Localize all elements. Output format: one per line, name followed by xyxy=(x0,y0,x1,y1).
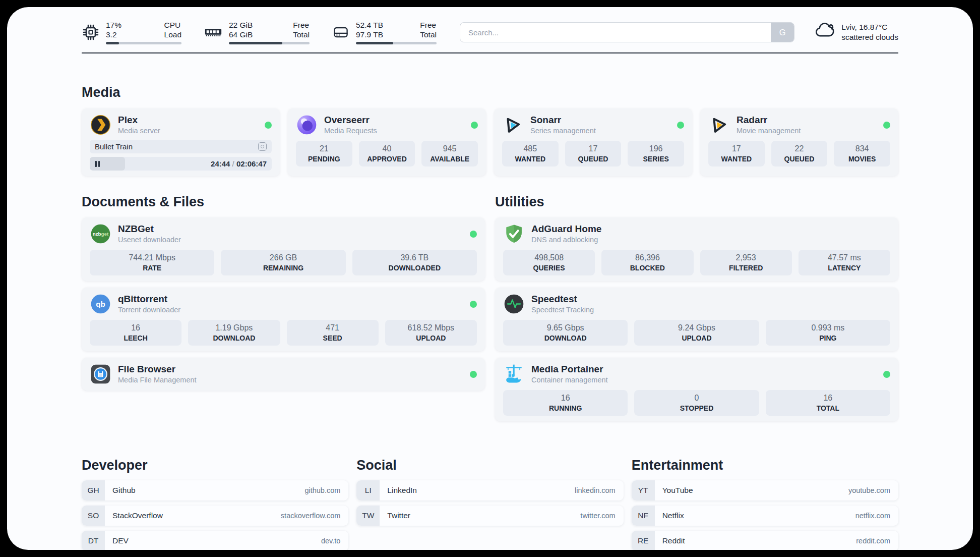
stat-value: 47.57 ms xyxy=(803,252,886,263)
disk-total-value: 97.9 TB xyxy=(356,30,383,39)
system-stats: 17% 3.2 CPU Load xyxy=(82,20,437,44)
bookmark-badge: DT xyxy=(82,531,105,550)
stat-pill: 9.24 Gbps UPLOAD xyxy=(634,320,759,346)
bookmark-badge: NF xyxy=(632,506,655,526)
stat-label: WANTED xyxy=(506,154,555,164)
search-input[interactable] xyxy=(460,23,771,42)
stat-label: PING xyxy=(770,333,886,343)
bookmark-github[interactable]: GH Github github.com xyxy=(82,480,348,500)
stat-value: 498,508 xyxy=(507,252,591,263)
bookmark-twitter[interactable]: TW Twitter twitter.com xyxy=(356,506,623,526)
app-card-adguard[interactable]: AdGuard Home DNS and adblocking 498,508 … xyxy=(495,217,898,281)
bookmark-dev[interactable]: DT DEV dev.to xyxy=(82,531,348,550)
stat-pill: 17 WANTED xyxy=(708,141,765,166)
stat-label: DOWNLOADED xyxy=(356,263,473,273)
app-card-qbittorrent[interactable]: qb qBittorrent Torrent downloader 16 LEE… xyxy=(82,288,485,351)
disk-free-value: 52.4 TB xyxy=(356,20,383,30)
stat-label: SERIES xyxy=(632,154,680,164)
app-name: NZBGet xyxy=(118,223,181,235)
stat-value: 17 xyxy=(569,143,618,154)
qbittorrent-icon: qb xyxy=(90,293,111,315)
player-duration: 02:06:47 xyxy=(236,159,267,168)
stat-label: LEECH xyxy=(94,333,177,343)
stat-label: REMAINING xyxy=(225,263,341,273)
search-engine-button[interactable]: G xyxy=(771,23,794,42)
svg-text:qb: qb xyxy=(96,300,105,308)
app-card-portainer[interactable]: Media Portainer Container management 16 … xyxy=(495,358,898,421)
app-card-sonarr[interactable]: Sonarr Series management 485 WANTED 17 Q… xyxy=(494,108,692,176)
bookmark-url: twitter.com xyxy=(580,512,615,520)
stat-value: 744.21 Mbps xyxy=(94,252,210,263)
status-dot xyxy=(265,122,272,129)
bookmark-stackoverflow[interactable]: SO StackOverflow stackoverflow.com xyxy=(82,506,348,526)
status-dot xyxy=(470,231,477,238)
adguard-icon xyxy=(503,223,525,245)
stat-pill: 9.65 Gbps DOWNLOAD xyxy=(503,320,628,346)
app-name: Radarr xyxy=(737,114,801,126)
ram-total-value: 64 GiB xyxy=(229,30,253,39)
stat-label: LATENCY xyxy=(803,263,886,273)
app-card-radarr[interactable]: Radarr Movie management 17 WANTED 22 QUE… xyxy=(700,108,898,176)
bookmark-label: Twitter xyxy=(387,511,410,520)
app-card-speedtest[interactable]: Speedtest Speedtest Tracking 9.65 Gbps D… xyxy=(495,288,898,351)
weather-widget[interactable]: Lviv, 16.87°C scattered clouds xyxy=(814,21,898,44)
weather-condition: scattered clouds xyxy=(841,32,898,42)
section-title-utilities: Utilities xyxy=(495,194,898,210)
cpu-load-label: Load xyxy=(164,30,181,39)
app-name: File Browser xyxy=(118,363,197,375)
cpu-usage-value: 17% xyxy=(106,20,121,30)
bookmark-url: youtube.com xyxy=(848,486,890,494)
stat-row: 9.65 Gbps DOWNLOAD 9.24 Gbps UPLOAD 0.99… xyxy=(503,320,890,346)
stat-pill: 17 QUEUED xyxy=(565,141,622,166)
stat-value: 471 xyxy=(291,322,375,333)
app-card-overseerr[interactable]: Overseerr Media Requests 21 PENDING 40 A… xyxy=(288,108,486,176)
stat-value: 21 xyxy=(300,143,348,154)
stat-label: APPROVED xyxy=(363,154,411,164)
stat-label: QUERIES xyxy=(507,263,591,273)
bookmark-badge: YT xyxy=(632,480,655,500)
bookmark-netflix[interactable]: NF Netflix netflix.com xyxy=(632,506,898,526)
documents-card-list: nzbget NZBGet Usenet downloader 744.21 M… xyxy=(82,217,485,391)
app-name: AdGuard Home xyxy=(531,223,601,235)
app-name: Plex xyxy=(118,114,160,126)
stat-label: TOTAL xyxy=(770,404,886,413)
sonarr-icon xyxy=(502,114,524,136)
stat-pill: 16 RUNNING xyxy=(503,390,628,416)
stat-label: UPLOAD xyxy=(389,333,473,343)
app-card-filebrowser[interactable]: File Browser Media File Management xyxy=(82,358,485,391)
player-bar[interactable]: 24:44 / 02:06:47 xyxy=(90,157,272,171)
stat-row: 16 RUNNING 0 STOPPED 16 TOTAL xyxy=(503,390,890,416)
bookmark-url: stackoverflow.com xyxy=(281,512,340,520)
stat-label: QUEUED xyxy=(569,154,618,164)
app-card-plex[interactable]: Plex Media server Bullet Train 24:44 / 0… xyxy=(82,108,280,176)
bookmark-sections: Developer GH Github github.com SO StackO… xyxy=(82,458,898,550)
stat-pill: 618.52 Mbps UPLOAD xyxy=(385,320,477,346)
stat-pill: 2,953 FILTERED xyxy=(700,250,792,275)
filebrowser-icon xyxy=(90,363,111,385)
nzbget-icon: nzbget xyxy=(90,223,111,245)
top-bar: 17% 3.2 CPU Load xyxy=(82,7,898,44)
player-time: 24:44 / 02:06:47 xyxy=(211,159,267,168)
status-dot xyxy=(470,301,477,308)
bookmark-linkedin[interactable]: LI LinkedIn linkedin.com xyxy=(356,480,623,500)
stat-label: AVAILABLE xyxy=(425,154,474,164)
stat-value: 196 xyxy=(632,143,680,154)
ram-icon xyxy=(204,23,223,42)
stat-pill: 21 PENDING xyxy=(296,141,352,166)
bookmark-youtube[interactable]: YT YouTube youtube.com xyxy=(632,480,898,500)
section-title-documents: Documents & Files xyxy=(82,194,485,210)
stat-pill: 266 GB REMAINING xyxy=(221,250,345,275)
bookmark-badge: SO xyxy=(82,506,105,526)
pause-icon[interactable] xyxy=(95,161,100,167)
stat-pill: 47.57 ms LATENCY xyxy=(799,250,890,275)
stat-pill: 471 SEED xyxy=(287,320,379,346)
bookmark-reddit[interactable]: RE Reddit reddit.com xyxy=(632,531,898,550)
dashboard-panel: 17% 3.2 CPU Load xyxy=(7,7,973,550)
app-name: Media Portainer xyxy=(531,363,608,375)
bookmark-section-title: Social xyxy=(356,458,623,473)
app-card-nzbget[interactable]: nzbget NZBGet Usenet downloader 744.21 M… xyxy=(82,217,485,281)
disk-icon xyxy=(332,23,350,41)
app-name: Speedtest xyxy=(531,293,594,305)
search-bar: G xyxy=(460,22,794,42)
stat-value: 16 xyxy=(94,322,177,333)
